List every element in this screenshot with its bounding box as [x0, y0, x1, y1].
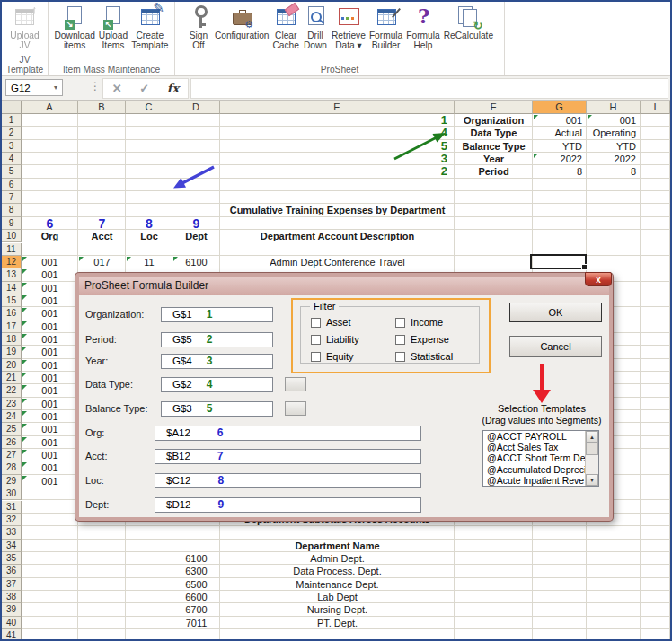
- sign-off-button[interactable]: Sign Off: [184, 2, 213, 50]
- row-header-3[interactable]: 3: [2, 140, 22, 153]
- cell-D40[interactable]: 7011: [172, 617, 220, 629]
- row-header-24[interactable]: 24: [2, 410, 22, 423]
- row-header-29[interactable]: 29: [2, 475, 22, 487]
- cell-D39[interactable]: 6700: [172, 603, 220, 616]
- drill-down-button[interactable]: Drill Down: [301, 2, 330, 50]
- cell-A18[interactable]: 001: [22, 333, 78, 346]
- row-header-23[interactable]: 23: [2, 398, 22, 410]
- checkbox-statistical[interactable]: Statistical: [395, 351, 453, 362]
- column-header-H[interactable]: H: [587, 101, 641, 114]
- row-header-28[interactable]: 28: [2, 461, 22, 474]
- insert-function-icon[interactable]: fx: [167, 82, 179, 95]
- cell-D37[interactable]: 6500: [172, 578, 220, 591]
- row-header-41[interactable]: 41: [2, 629, 22, 641]
- row-header-2[interactable]: 2: [2, 127, 22, 139]
- column-header-I[interactable]: I: [641, 101, 670, 114]
- cell-C10[interactable]: Loc: [126, 230, 172, 242]
- template-list-item[interactable]: @ACCT PAYROLL: [483, 431, 598, 442]
- cell-A20[interactable]: 001: [22, 359, 78, 372]
- cell-A13[interactable]: 001: [22, 268, 78, 281]
- cell-E38[interactable]: Lab Dept: [220, 591, 455, 603]
- cell-E10[interactable]: Department Account Description: [220, 230, 455, 242]
- cell-E2[interactable]: 4: [220, 127, 455, 139]
- select-all-corner[interactable]: [2, 101, 22, 114]
- cell-A26[interactable]: 001: [22, 436, 78, 449]
- row-header-36[interactable]: 36: [2, 565, 22, 577]
- template-list-item[interactable]: @Accumulated Depreci: [483, 464, 598, 475]
- row-header-34[interactable]: 34: [2, 540, 22, 552]
- formula-builder-button[interactable]: Formula Builder: [367, 2, 404, 50]
- cell-E5[interactable]: 2: [220, 165, 455, 178]
- cell-E3[interactable]: 5: [220, 140, 455, 153]
- cell-G1[interactable]: 001: [533, 114, 587, 127]
- field-input-C12[interactable]: $C128: [155, 473, 421, 488]
- cell-D35[interactable]: 6100: [172, 552, 220, 565]
- listbox-scrollbar[interactable]: ▲ ▼: [585, 431, 598, 486]
- checkbox-box[interactable]: [395, 335, 405, 345]
- cell-E36[interactable]: Data Process. Dept.: [220, 565, 455, 577]
- cancel-button[interactable]: Cancel: [509, 336, 602, 357]
- field-input-A12[interactable]: $A126: [155, 426, 421, 441]
- cell-A19[interactable]: 001: [22, 346, 78, 358]
- cell-H4[interactable]: 2022: [587, 153, 641, 165]
- cell-A28[interactable]: 001: [22, 461, 78, 474]
- cell-B12[interactable]: 017: [78, 256, 126, 268]
- cell-H3[interactable]: YTD: [587, 140, 641, 153]
- cell-A14[interactable]: 001: [22, 282, 78, 294]
- field-picker-button[interactable]: [285, 401, 306, 416]
- row-header-11[interactable]: 11: [2, 243, 22, 256]
- row-header-19[interactable]: 19: [2, 346, 22, 358]
- create-template-button[interactable]: ✎Create Template: [129, 2, 170, 50]
- cell-A9[interactable]: 6: [22, 217, 78, 230]
- column-header-C[interactable]: C: [126, 101, 172, 114]
- field-input-D12[interactable]: $D129: [155, 497, 421, 513]
- row-header-37[interactable]: 37: [2, 578, 22, 591]
- cell-D10[interactable]: Dept: [172, 230, 220, 242]
- cell-C12[interactable]: 11: [126, 256, 172, 268]
- row-header-9[interactable]: 9: [2, 217, 22, 230]
- field-input-G5[interactable]: G$52: [161, 332, 273, 347]
- cell-A15[interactable]: 001: [22, 294, 78, 307]
- row-header-17[interactable]: 17: [2, 320, 22, 333]
- formula-help-button[interactable]: ?Formula Help: [404, 2, 441, 50]
- row-header-8[interactable]: 8: [2, 204, 22, 216]
- row-header-31[interactable]: 31: [2, 501, 22, 514]
- cell-F1[interactable]: Organization: [455, 114, 533, 127]
- cell-D12[interactable]: 6100: [172, 256, 220, 268]
- row-header-5[interactable]: 5: [2, 165, 22, 178]
- field-input-G3[interactable]: G$35: [161, 401, 273, 417]
- checkbox-box[interactable]: [395, 352, 405, 362]
- field-picker-button[interactable]: [285, 377, 306, 391]
- dialog-close-button[interactable]: x: [585, 272, 612, 286]
- checkbox-box[interactable]: [311, 318, 321, 328]
- field-input-B12[interactable]: $B127: [155, 449, 421, 464]
- cell-D36[interactable]: 6300: [172, 565, 220, 577]
- column-header-F[interactable]: F: [455, 101, 533, 114]
- cell-G3[interactable]: YTD: [533, 140, 587, 153]
- template-list-item[interactable]: @Acute Inpatient Reve: [483, 475, 598, 486]
- checkbox-box[interactable]: [395, 318, 405, 328]
- cell-G4[interactable]: 2022: [533, 153, 587, 165]
- column-header-B[interactable]: B: [78, 101, 126, 114]
- cell-E8[interactable]: Cumulative Training Expenses by Departme…: [220, 204, 455, 216]
- cell-E4[interactable]: 3: [220, 153, 455, 165]
- row-header-22[interactable]: 22: [2, 384, 22, 397]
- formula-input[interactable]: [190, 78, 668, 99]
- row-header-40[interactable]: 40: [2, 617, 22, 629]
- cell-G5[interactable]: 8: [533, 165, 587, 178]
- column-header-E[interactable]: E: [220, 101, 455, 114]
- row-header-18[interactable]: 18: [2, 333, 22, 346]
- cell-A17[interactable]: 001: [22, 320, 78, 333]
- cell-A10[interactable]: Org: [22, 230, 78, 242]
- cell-D9[interactable]: 9: [172, 217, 220, 230]
- clear-cache-button[interactable]: Clear Cache: [270, 2, 300, 50]
- scrollbar-thumb[interactable]: [586, 443, 598, 455]
- row-header-25[interactable]: 25: [2, 423, 22, 435]
- row-header-14[interactable]: 14: [2, 282, 22, 294]
- cell-G2[interactable]: Actual: [533, 127, 587, 139]
- cell-E12[interactable]: Admin Dept.Conference Travel: [220, 256, 455, 268]
- cell-B9[interactable]: 7: [78, 217, 126, 230]
- cell-A12[interactable]: 001: [22, 256, 78, 268]
- row-header-20[interactable]: 20: [2, 359, 22, 372]
- cell-F3[interactable]: Balance Type: [455, 140, 533, 153]
